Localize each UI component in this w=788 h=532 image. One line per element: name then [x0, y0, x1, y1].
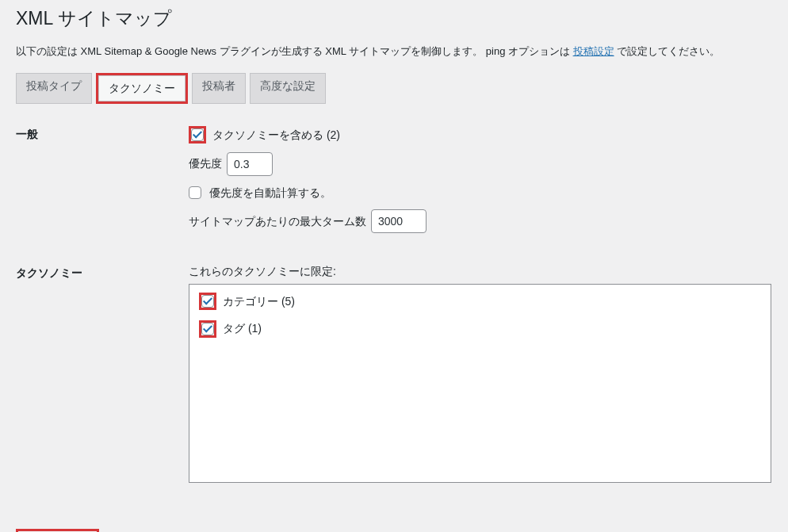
tag-label: タグ (1)	[223, 320, 262, 337]
include-taxonomies-label: タクソノミーを含める (2)	[212, 126, 340, 144]
highlight-tag-checkbox	[199, 320, 216, 338]
highlight-submit: 変更を保存	[16, 529, 99, 532]
taxonomies-content: これらのタクソノミーに限定: カテゴリー (5) タグ (1)	[189, 265, 772, 483]
include-taxonomies-field: タクソノミーを含める (2)	[189, 126, 772, 144]
general-content: タクソノミーを含める (2) 優先度 優先度を自動計算する。 サイトマップあたり…	[189, 126, 772, 241]
max-terms-label: サイトマップあたりの最大ターム数	[189, 212, 366, 230]
desc-prefix: 以下の設定は XML Sitemap & Google News プラグインが生…	[16, 45, 573, 57]
tabs: 投稿タイプ タクソノミー 投稿者 高度な設定	[16, 73, 772, 104]
section-general: 一般 タクソノミーを含める (2) 優先度 優先度を自動計算する。 サイトマップ…	[16, 126, 772, 241]
category-checkbox[interactable]	[201, 295, 214, 308]
include-taxonomies-checkbox[interactable]	[191, 128, 204, 141]
tab-advanced[interactable]: 高度な設定	[250, 73, 326, 104]
taxonomies-limit-label: これらのタクソノミーに限定:	[189, 265, 772, 279]
page-description: 以下の設定は XML Sitemap & Google News プラグインが生…	[16, 44, 772, 59]
tag-checkbox[interactable]	[201, 323, 214, 335]
taxonomies-heading: タクソノミー	[16, 265, 189, 281]
taxonomy-item-tag: タグ (1)	[199, 320, 761, 337]
auto-priority-field: 優先度を自動計算する。	[189, 184, 772, 201]
taxonomy-item-category: カテゴリー (5)	[199, 293, 761, 310]
taxonomies-box: カテゴリー (5) タグ (1)	[189, 284, 771, 483]
auto-priority-checkbox[interactable]	[189, 186, 201, 199]
page-title: XML サイトマップ	[16, 0, 772, 34]
max-terms-input[interactable]	[371, 209, 427, 233]
highlight-include-taxonomies	[189, 126, 206, 144]
section-taxonomies: タクソノミー これらのタクソノミーに限定: カテゴリー (5) タグ (1)	[16, 265, 772, 483]
priority-input[interactable]	[227, 152, 273, 176]
writing-settings-link[interactable]: 投稿設定	[573, 45, 614, 57]
category-label: カテゴリー (5)	[223, 293, 295, 310]
general-heading: 一般	[16, 126, 189, 142]
highlight-tab-taxonomies: タクソノミー	[96, 73, 188, 104]
tab-post-types[interactable]: 投稿タイプ	[16, 73, 92, 104]
desc-suffix: で設定してください。	[614, 45, 721, 57]
tab-authors[interactable]: 投稿者	[192, 73, 246, 104]
priority-label: 優先度	[189, 155, 222, 172]
max-terms-field: サイトマップあたりの最大ターム数	[189, 209, 772, 233]
auto-priority-label: 優先度を自動計算する。	[209, 184, 331, 201]
highlight-category-checkbox	[199, 293, 216, 310]
priority-field: 優先度	[189, 152, 772, 176]
tab-taxonomies[interactable]: タクソノミー	[98, 75, 186, 101]
